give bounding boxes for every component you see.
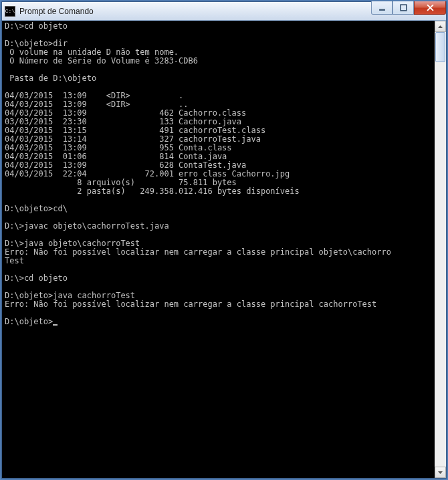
maximize-button[interactable] bbox=[393, 1, 414, 15]
cursor bbox=[53, 324, 58, 326]
svg-rect-1 bbox=[401, 5, 407, 11]
scroll-up-button[interactable] bbox=[435, 21, 446, 32]
terminal-output[interactable]: D:\>cd objeto D:\objeto>dir O volume na … bbox=[2, 21, 435, 478]
chevron-down-icon bbox=[438, 471, 443, 474]
minimize-icon bbox=[378, 4, 386, 11]
svg-rect-0 bbox=[379, 9, 385, 11]
minimize-button[interactable] bbox=[371, 1, 393, 15]
titlebar[interactable]: C:\ Prompt de Comando bbox=[2, 2, 446, 21]
scrollbar-track[interactable] bbox=[435, 32, 446, 467]
window-controls bbox=[371, 1, 446, 15]
vertical-scrollbar[interactable] bbox=[435, 21, 446, 478]
terminal-text: D:\>cd objeto D:\objeto>dir O volume na … bbox=[5, 21, 391, 309]
close-icon bbox=[427, 4, 434, 11]
chevron-up-icon bbox=[438, 25, 443, 28]
command-prompt-window: C:\ Prompt de Comando D:\>cd objeto D:\o… bbox=[1, 1, 447, 479]
content-area: D:\>cd objeto D:\objeto>dir O volume na … bbox=[2, 21, 446, 478]
scrollbar-thumb[interactable] bbox=[435, 32, 445, 62]
window-title: Prompt de Comando bbox=[19, 7, 94, 16]
terminal-prompt: D:\objeto> bbox=[5, 317, 53, 326]
close-button[interactable] bbox=[414, 1, 446, 15]
scroll-down-button[interactable] bbox=[435, 467, 446, 478]
app-icon: C:\ bbox=[5, 6, 15, 17]
maximize-icon bbox=[400, 4, 407, 11]
